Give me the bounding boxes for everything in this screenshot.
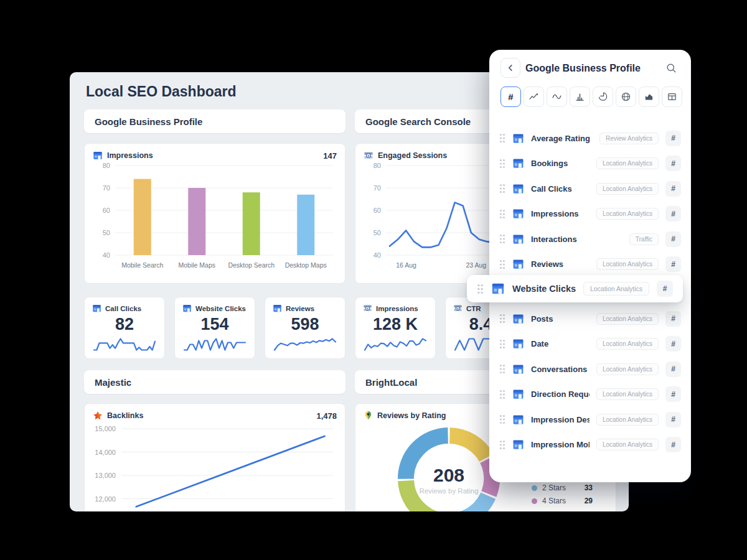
number-widget-toggle[interactable]: # <box>665 336 681 352</box>
drag-handle-icon[interactable] <box>499 209 505 219</box>
legend-label: 4 Stars <box>542 497 566 505</box>
stat-card-call-clicks: Call Clicks 82 <box>84 297 165 359</box>
metric-row[interactable]: Interactions Traffic # <box>489 226 691 252</box>
number-widget-button[interactable]: # <box>500 86 521 107</box>
page-title: Local SEO Dashboard <box>86 83 237 100</box>
drag-handle-icon[interactable] <box>499 390 505 399</box>
stat-label: CTR <box>466 305 481 312</box>
metric-label: Posts <box>531 314 590 324</box>
panel-title: Google Business Profile <box>525 63 641 74</box>
drag-handle-icon[interactable] <box>499 234 505 244</box>
drag-handle-icon[interactable] <box>499 159 505 169</box>
back-button[interactable] <box>500 58 520 78</box>
metric-label: Impression Desk... <box>531 415 590 424</box>
table-icon <box>667 91 677 102</box>
svg-text:80: 80 <box>103 162 110 169</box>
gbp-icon <box>512 258 524 270</box>
drag-handle-icon[interactable] <box>499 414 505 424</box>
pie-chart-widget-button[interactable] <box>593 86 613 107</box>
table-widget-button[interactable] <box>662 86 682 107</box>
gbp-icon <box>512 414 524 426</box>
line-chart-widget-button[interactable] <box>524 86 544 107</box>
legend-dot <box>532 485 537 491</box>
gsc-icon <box>453 304 463 313</box>
drag-handle-icon[interactable] <box>499 259 505 269</box>
gbp-icon <box>92 304 101 313</box>
svg-text:60: 60 <box>374 207 381 214</box>
number-widget-toggle[interactable]: # <box>665 311 681 327</box>
pie-chart-icon <box>598 91 608 102</box>
svg-text:12,000: 12,000 <box>95 495 116 503</box>
drag-handle-icon[interactable] <box>499 440 505 450</box>
metric-row[interactable]: Impressions Location Analytics # <box>489 202 691 227</box>
number-widget-toggle[interactable]: # <box>665 231 681 247</box>
metric-category-badge: Location Analytics <box>596 414 659 426</box>
sparkline <box>273 336 337 352</box>
number-widget-toggle[interactable]: # <box>657 281 673 297</box>
area-chart-icon <box>644 91 654 102</box>
gbp-icon <box>512 133 524 144</box>
metric-label: Average Rating <box>531 134 593 143</box>
number-widget-toggle[interactable]: # <box>665 131 681 146</box>
number-widget-toggle[interactable]: # <box>665 386 681 402</box>
metric-row[interactable]: Bookings Location Analytics # <box>489 151 691 177</box>
bar-chart-widget-button[interactable] <box>570 86 590 107</box>
drag-handle-icon[interactable] <box>477 284 484 294</box>
metric-row[interactable]: Posts Location Analytics # <box>489 306 691 332</box>
metric-row[interactable]: Impression Mobi... Location Analytics # <box>489 432 691 458</box>
number-widget-toggle[interactable]: # <box>665 181 681 197</box>
metric-category-badge: Location Analytics <box>583 282 649 296</box>
sparkline <box>182 336 247 352</box>
metric-row[interactable]: Conversations Location Analytics # <box>489 357 691 382</box>
gbp-icon <box>512 183 524 195</box>
metric-row[interactable]: Impression Desk... Location Analytics # <box>489 407 691 432</box>
metric-row[interactable]: Call Clicks Location Analytics # <box>489 176 691 202</box>
drag-handle-icon[interactable] <box>499 314 505 324</box>
drag-handle-icon[interactable] <box>499 339 505 349</box>
geo-chart-widget-button[interactable] <box>616 86 636 107</box>
metric-category-badge: Location Analytics <box>596 363 659 375</box>
metric-label: Direction Requests <box>531 390 590 399</box>
svg-text:Desktop Search: Desktop Search <box>228 261 275 269</box>
spline-chart-widget-button[interactable] <box>547 86 567 107</box>
globe-icon <box>621 91 631 102</box>
metric-label: Impression Mobi... <box>531 440 590 449</box>
gbp-icon <box>491 282 505 296</box>
number-widget-toggle[interactable]: # <box>665 362 681 377</box>
metric-row[interactable]: Average Rating Review Analytics # <box>489 126 691 151</box>
number-widget-toggle[interactable]: # <box>665 156 681 171</box>
metric-label: Date <box>531 339 590 348</box>
metric-category-badge: Location Analytics <box>596 208 659 220</box>
drag-handle-icon[interactable] <box>499 133 505 143</box>
donut-legend: 2 Stars 33 4 Stars 29 <box>532 483 593 505</box>
metric-label: Impressions <box>531 209 590 218</box>
backlinks-chart-card: Backlinks 1,478 15,00014,00013,00012,000 <box>84 403 345 511</box>
metric-row[interactable]: Direction Requests Location Analytics # <box>489 382 691 408</box>
area-chart-widget-button[interactable] <box>639 86 659 107</box>
section-title: Google Business Profile <box>95 116 202 127</box>
chart-total-value: 1,478 <box>316 411 337 421</box>
metric-category-badge: Location Analytics <box>596 258 659 270</box>
dragged-metric-row-website-clicks[interactable]: Website Clicks Location Analytics # <box>467 275 683 302</box>
gbp-icon <box>512 157 524 169</box>
stat-card-impressions: Impressions 128 K <box>355 297 436 359</box>
svg-text:Desktop Maps: Desktop Maps <box>285 261 327 269</box>
metric-category-badge: Location Analytics <box>596 388 659 400</box>
svg-text:50: 50 <box>103 229 110 236</box>
stat-value: 598 <box>273 315 337 334</box>
gsc-icon <box>364 151 374 161</box>
metric-picker-panel: Google Business Profile # Average Rating… <box>489 50 691 482</box>
drag-handle-icon[interactable] <box>499 184 505 194</box>
svg-text:14,000: 14,000 <box>95 449 116 456</box>
number-widget-toggle[interactable]: # <box>665 206 681 222</box>
number-widget-toggle[interactable]: # <box>665 437 681 452</box>
svg-text:Mobile Search: Mobile Search <box>121 261 163 269</box>
drag-handle-icon[interactable] <box>499 364 505 374</box>
metric-row[interactable]: Date Location Analytics # <box>489 332 691 357</box>
metric-row[interactable]: Reviews Location Analytics # <box>489 252 691 278</box>
number-widget-toggle[interactable]: # <box>665 256 681 272</box>
number-widget-toggle[interactable]: # <box>665 412 681 427</box>
search-icon[interactable] <box>665 62 677 74</box>
gbp-icon <box>512 439 524 450</box>
gsc-icon <box>363 304 372 313</box>
